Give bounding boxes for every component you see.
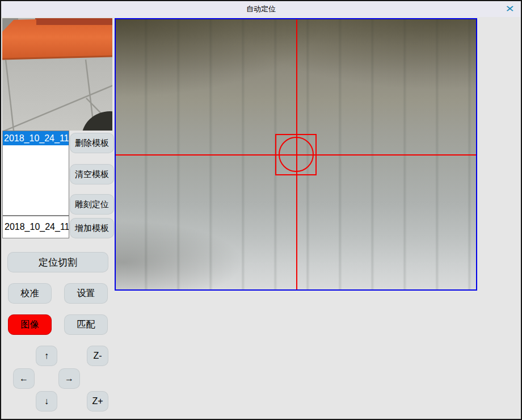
template-name-field[interactable] (2, 216, 69, 238)
z-minus-button[interactable]: Z- (87, 346, 108, 366)
jog-down-button[interactable]: ↓ (36, 391, 57, 411)
image-button[interactable]: 图像 (8, 314, 52, 335)
roi-circle (279, 137, 314, 172)
engrave-position-button[interactable]: 雕刻定位 (70, 194, 114, 215)
clear-templates-button[interactable]: 清空模板 (70, 164, 114, 184)
delete-template-button[interactable]: 删除模板 (70, 133, 114, 153)
position-cut-button[interactable]: 定位切割 (7, 252, 108, 272)
titlebar: 自动定位 ✕ (1, 1, 521, 17)
dialog-title: 自动定位 (246, 4, 276, 14)
jog-left-button[interactable]: ← (13, 368, 35, 389)
z-plus-button[interactable]: Z+ (87, 391, 108, 411)
template-preview-image (2, 18, 112, 131)
template-list-item[interactable]: 2018_10_24_11 (3, 131, 69, 145)
add-template-button[interactable]: 增加模板 (70, 218, 114, 238)
settings-button[interactable]: 设置 (64, 283, 108, 304)
camera-view[interactable] (115, 18, 477, 291)
match-button[interactable]: 匹配 (64, 314, 108, 335)
auto-positioning-dialog: 自动定位 ✕ (0, 0, 522, 420)
close-button[interactable]: ✕ (504, 3, 516, 15)
jog-up-button[interactable]: ↑ (36, 346, 57, 366)
template-list[interactable]: 2018_10_24_11 (2, 131, 69, 216)
jog-right-button[interactable]: → (58, 368, 80, 389)
calibrate-button[interactable]: 校准 (8, 283, 52, 304)
close-icon: ✕ (506, 5, 515, 14)
